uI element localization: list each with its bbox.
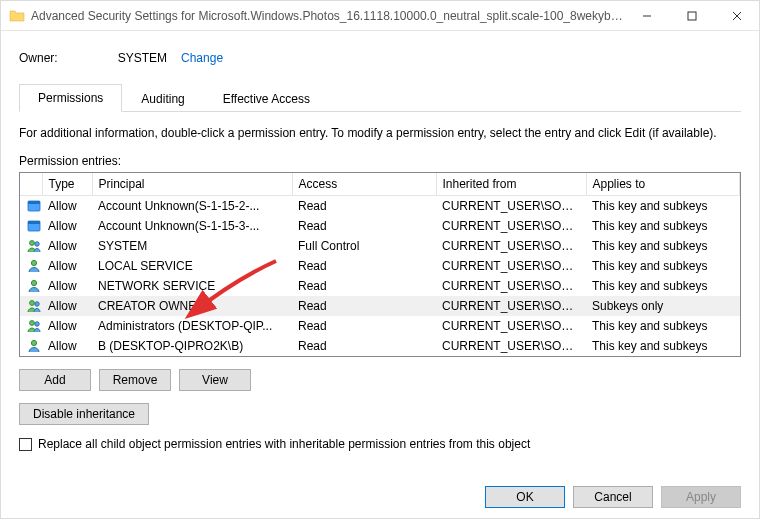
row-inherited-cell: CURRENT_USER\SOFT... [436,336,586,356]
column-header-inherited[interactable]: Inherited from [436,173,586,196]
add-button[interactable]: Add [19,369,91,391]
column-header-icon[interactable] [20,173,42,196]
row-inherited-cell: CURRENT_USER\SOFT... [436,196,586,217]
row-principal-cell: Account Unknown(S-1-15-3-... [92,216,292,236]
svg-point-10 [31,260,36,265]
row-type-cell: Allow [42,296,92,316]
replace-checkbox[interactable] [19,438,32,451]
change-owner-link[interactable]: Change [181,51,223,65]
svg-point-11 [31,280,36,285]
row-icon-cell [20,216,42,236]
dialog-buttons: OK Cancel Apply [485,486,741,508]
tab-effective-access[interactable]: Effective Access [204,85,329,112]
entries-label: Permission entries: [19,154,741,168]
table-row[interactable]: AllowLOCAL SERVICEReadCURRENT_USER\SOFT.… [20,256,740,276]
principal-icon [26,318,42,334]
principal-icon [26,298,42,314]
window-title: Advanced Security Settings for Microsoft… [31,9,624,23]
row-access-cell: Full Control [292,236,436,256]
entry-buttons: Add Remove View [19,369,741,391]
row-icon-cell [20,236,42,256]
principal-icon [26,198,42,214]
window-controls [624,1,759,30]
row-access-cell: Read [292,216,436,236]
tab-label: Auditing [141,92,184,106]
row-icon-cell [20,256,42,276]
principal-icon [26,218,42,234]
row-icon-cell [20,296,42,316]
svg-point-12 [30,301,35,306]
svg-point-14 [30,321,35,326]
svg-point-9 [35,242,39,246]
row-principal-cell: CREATOR OWNER [92,296,292,316]
row-type-cell: Allow [42,316,92,336]
table-row[interactable]: AllowCREATOR OWNERReadCURRENT_USER\SOFT.… [20,296,740,316]
column-header-type[interactable]: Type [42,173,92,196]
table-row[interactable]: AllowB (DESKTOP-QIPRO2K\B)ReadCURRENT_US… [20,336,740,356]
column-header-access[interactable]: Access [292,173,436,196]
row-inherited-cell: CURRENT_USER\SOFT... [436,236,586,256]
row-inherited-cell: CURRENT_USER\SOFT... [436,296,586,316]
row-inherited-cell: CURRENT_USER\SOFT... [436,216,586,236]
grid-header-row: Type Principal Access Inherited from App… [20,173,740,196]
minimize-button[interactable] [624,1,669,30]
row-applies-cell: This key and subkeys [586,196,740,217]
owner-value: SYSTEM [118,51,167,65]
row-applies-cell: Subkeys only [586,296,740,316]
table-row[interactable]: AllowSYSTEMFull ControlCURRENT_USER\SOFT… [20,236,740,256]
table-row[interactable]: AllowAdministrators (DESKTOP-QIP...ReadC… [20,316,740,336]
row-applies-cell: This key and subkeys [586,236,740,256]
description-text: For additional information, double-click… [19,126,741,140]
table-row[interactable]: AllowAccount Unknown(S-1-15-2-...ReadCUR… [20,196,740,217]
row-inherited-cell: CURRENT_USER\SOFT... [436,276,586,296]
svg-point-16 [31,340,36,345]
svg-rect-7 [28,221,40,224]
row-type-cell: Allow [42,236,92,256]
principal-icon [26,258,42,274]
row-icon-cell [20,276,42,296]
svg-point-15 [35,322,39,326]
row-access-cell: Read [292,296,436,316]
row-type-cell: Allow [42,196,92,217]
owner-row: Owner: SYSTEM Change [19,51,741,65]
replace-checkbox-label: Replace all child object permission entr… [38,437,530,451]
row-applies-cell: This key and subkeys [586,336,740,356]
replace-checkbox-row: Replace all child object permission entr… [19,437,741,451]
row-access-cell: Read [292,336,436,356]
table-row[interactable]: AllowAccount Unknown(S-1-15-3-...ReadCUR… [20,216,740,236]
tabs: Permissions Auditing Effective Access [19,83,741,112]
row-inherited-cell: CURRENT_USER\SOFT... [436,316,586,336]
row-applies-cell: This key and subkeys [586,256,740,276]
row-type-cell: Allow [42,216,92,236]
table-row[interactable]: AllowNETWORK SERVICEReadCURRENT_USER\SOF… [20,276,740,296]
row-type-cell: Allow [42,256,92,276]
svg-point-8 [30,241,35,246]
svg-point-13 [35,302,39,306]
column-header-principal[interactable]: Principal [92,173,292,196]
principal-icon [26,338,42,354]
ok-button[interactable]: OK [485,486,565,508]
close-button[interactable] [714,1,759,30]
folder-icon [9,8,25,24]
row-icon-cell [20,336,42,356]
row-icon-cell [20,196,42,217]
view-button[interactable]: View [179,369,251,391]
svg-rect-5 [28,201,40,204]
disable-inheritance-button[interactable]: Disable inheritance [19,403,149,425]
row-applies-cell: This key and subkeys [586,216,740,236]
remove-button[interactable]: Remove [99,369,171,391]
row-access-cell: Read [292,316,436,336]
tab-auditing[interactable]: Auditing [122,85,203,112]
row-access-cell: Read [292,196,436,217]
cancel-button[interactable]: Cancel [573,486,653,508]
permission-grid[interactable]: Type Principal Access Inherited from App… [19,172,741,357]
row-principal-cell: LOCAL SERVICE [92,256,292,276]
tab-permissions[interactable]: Permissions [19,84,122,112]
owner-label: Owner: [19,51,58,65]
maximize-button[interactable] [669,1,714,30]
row-applies-cell: This key and subkeys [586,316,740,336]
column-header-applies[interactable]: Applies to [586,173,740,196]
row-principal-cell: NETWORK SERVICE [92,276,292,296]
tab-label: Permissions [38,91,103,105]
row-applies-cell: This key and subkeys [586,276,740,296]
